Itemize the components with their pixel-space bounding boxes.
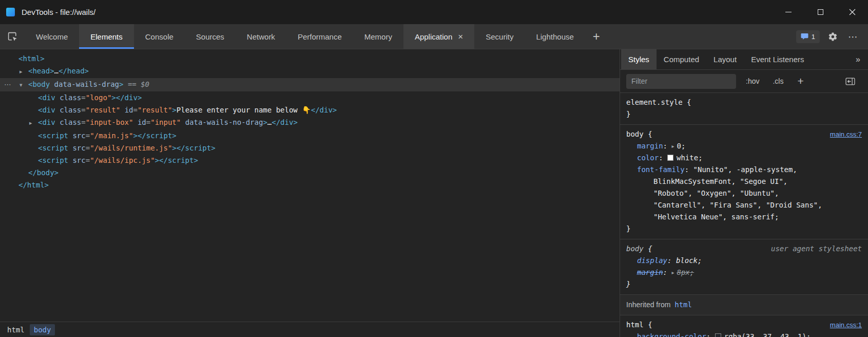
maximize-icon — [818, 9, 823, 15]
css-declaration[interactable]: font-family: "Nunito", -apple-system, — [626, 164, 862, 176]
expand-arrow-icon[interactable]: ▾ — [20, 79, 28, 91]
styles-toolbar: :hov .cls + — [620, 70, 868, 93]
tree-node[interactable]: ▸<div class="input-box" id="input" data-… — [0, 116, 620, 129]
rule-close-brace: } — [626, 108, 862, 120]
tree-node[interactable]: <div class="logo"></div> — [0, 91, 620, 104]
css-declaration[interactable]: background-color: rgba(33, 37, 43, 1); — [626, 331, 862, 337]
expand-arrow-icon[interactable]: ▸ — [29, 117, 38, 129]
stylesheet-link[interactable]: main.css:7 — [830, 128, 862, 140]
devtools-window: DevTools - file://wails/ WelcomeElements… — [0, 0, 868, 337]
stylesheet-origin-note: user agent stylesheet — [771, 243, 862, 255]
settings-button[interactable] — [825, 29, 840, 44]
chat-bubble-icon — [801, 33, 808, 40]
css-declaration[interactable]: display: block; — [626, 255, 862, 267]
tree-node[interactable]: <script src="/wails/ipc.js"></script> — [0, 154, 620, 166]
tab-lighthouse[interactable]: Lighthouse — [525, 24, 585, 49]
css-declaration[interactable]: "Helvetica Neue", sans-serif; — [626, 211, 862, 223]
style-sections: element.style {}body {main.css:7margin: … — [620, 93, 868, 337]
breadcrumb: htmlbody — [0, 322, 620, 337]
toolbar-right: 1 ⋯ — [796, 24, 868, 49]
tree-node[interactable]: <div class="result" id="result">Please e… — [0, 104, 620, 116]
tab-elements[interactable]: Elements — [79, 24, 134, 49]
tree-node[interactable]: ⋯▾<body data-wails-drag> == $0 — [0, 78, 620, 91]
plus-icon: + — [593, 29, 600, 44]
tree-node[interactable]: </html> — [0, 179, 620, 191]
expand-arrow-icon[interactable]: ▸ — [20, 66, 28, 78]
devtools-icon — [6, 8, 15, 16]
close-icon — [849, 9, 856, 15]
element-class-button[interactable]: .cls — [769, 75, 787, 87]
css-declaration[interactable]: margin: ▸0; — [626, 140, 862, 152]
minimize-icon — [785, 12, 792, 12]
titlebar: DevTools - file://wails/ — [0, 0, 868, 24]
new-style-rule-button[interactable]: + — [793, 75, 807, 87]
tab-console[interactable]: Console — [134, 24, 185, 49]
computed-sidebar-toggle-button[interactable] — [842, 73, 858, 89]
inherited-element-link[interactable]: html — [674, 301, 692, 309]
window-controls — [773, 0, 868, 24]
tab-network[interactable]: Network — [236, 24, 286, 49]
tab-sources[interactable]: Sources — [185, 24, 236, 49]
style-rule: html {main.css:1background-color: rgba(3… — [620, 315, 868, 337]
sidebar-tab-layout[interactable]: Layout — [706, 49, 744, 69]
style-rule: body {main.css:7margin: ▸0;color: white;… — [620, 125, 868, 239]
more-options-icon: ⋯ — [848, 31, 858, 43]
tab-performance[interactable]: Performance — [286, 24, 353, 49]
filter-input[interactable] — [626, 74, 736, 89]
inspect-element-button[interactable] — [0, 24, 25, 49]
tab-application[interactable]: Application× — [403, 24, 474, 49]
issues-counter[interactable]: 1 — [796, 30, 820, 43]
sidebar-tab-computed[interactable]: Computed — [657, 49, 706, 69]
issues-count: 1 — [812, 33, 815, 41]
rule-close-brace: } — [626, 223, 862, 235]
elements-panel: <html>▸<head>…</head>⋯▾<body data-wails-… — [0, 49, 620, 337]
sidebar-tab-event-listeners[interactable]: Event Listeners — [744, 49, 811, 69]
rule-close-brace: } — [626, 278, 862, 290]
expand-triangle-icon[interactable]: ▸ — [671, 140, 674, 152]
tab-welcome[interactable]: Welcome — [25, 24, 79, 49]
style-rule: element.style {} — [620, 93, 868, 125]
styles-sidebar: StylesComputedLayoutEvent Listeners» :ho… — [620, 49, 868, 337]
breadcrumb-item-body[interactable]: body — [30, 324, 55, 335]
node-menu-icon[interactable]: ⋯ — [4, 78, 11, 90]
pseudo-state-button[interactable]: :hov — [742, 75, 763, 87]
maximize-button[interactable] — [804, 0, 836, 24]
main-area: <html>▸<head>…</head>⋯▾<body data-wails-… — [0, 49, 868, 337]
expand-triangle-icon[interactable]: ▸ — [671, 267, 674, 278]
devtools-toolbar: WelcomeElementsConsoleSourcesNetworkPerf… — [0, 24, 868, 49]
tree-node[interactable]: ▸<head>…</head> — [0, 65, 620, 78]
sidebar-toggle-icon — [845, 78, 855, 85]
minimize-button[interactable] — [773, 0, 804, 24]
tree-node[interactable]: <script src="/main.js"></script> — [0, 129, 620, 142]
css-declaration[interactable]: BlinkMacSystemFont, "Segoe UI", — [626, 176, 862, 188]
inherited-from-header: Inherited from html — [620, 295, 868, 315]
tree-node[interactable]: <html> — [0, 52, 620, 65]
gear-icon — [828, 32, 838, 42]
sidebar-tab-styles[interactable]: Styles — [621, 49, 657, 69]
color-swatch[interactable] — [715, 333, 721, 337]
more-tabs-button[interactable]: » — [848, 49, 868, 69]
css-declaration[interactable]: "Cantarell", "Fira Sans", "Droid Sans", — [626, 199, 862, 211]
close-tab-icon[interactable]: × — [458, 32, 463, 41]
sidebar-tabs: StylesComputedLayoutEvent Listeners» — [620, 49, 868, 70]
tab-memory[interactable]: Memory — [353, 24, 403, 49]
color-swatch[interactable] — [667, 155, 673, 161]
new-tab-button[interactable]: + — [585, 24, 608, 49]
window-title: DevTools - file://wails/ — [22, 8, 95, 16]
dom-tree: <html>▸<head>…</head>⋯▾<body data-wails-… — [0, 49, 620, 322]
panel-tabs: WelcomeElementsConsoleSourcesNetworkPerf… — [25, 24, 585, 49]
close-button[interactable] — [836, 0, 868, 24]
tree-node[interactable]: <script src="/wails/runtime.js"></script… — [0, 142, 620, 154]
inspect-icon — [7, 31, 18, 42]
tree-node[interactable]: </body> — [0, 166, 620, 179]
css-declaration[interactable]: color: white; — [626, 152, 862, 164]
breadcrumb-item-html[interactable]: html — [3, 324, 29, 335]
css-declaration[interactable]: "Roboto", "Oxygen", "Ubuntu", — [626, 188, 862, 199]
tab-security[interactable]: Security — [474, 24, 525, 49]
more-options-button[interactable]: ⋯ — [845, 29, 861, 44]
css-declaration[interactable]: margin: ▸8px; — [626, 267, 862, 278]
style-rule: body {user agent stylesheetdisplay: bloc… — [620, 239, 868, 295]
stylesheet-link[interactable]: main.css:1 — [830, 319, 862, 331]
